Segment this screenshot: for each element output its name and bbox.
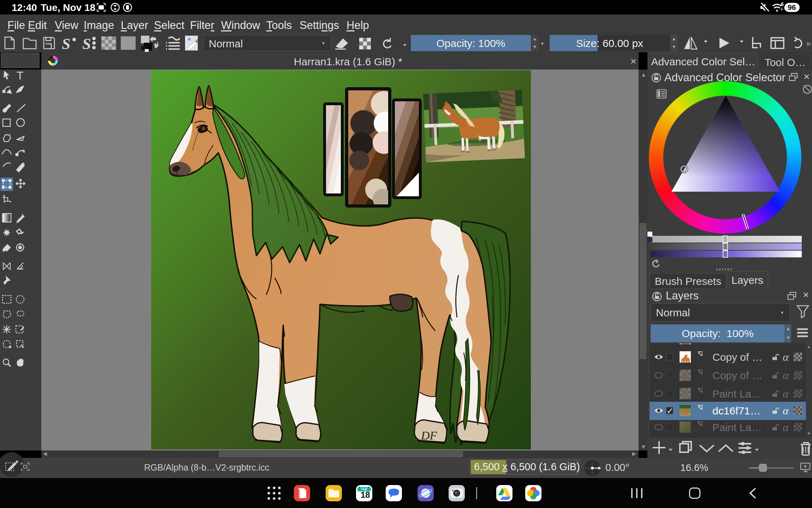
svg-text:S: S: [62, 35, 70, 52]
svg-text:6: 6: [781, 2, 784, 7]
svg-text:S: S: [82, 35, 91, 52]
svg-text:»: »: [806, 39, 811, 48]
svg-text:DF: DF: [421, 429, 438, 442]
svg-text:18: 18: [361, 490, 370, 500]
svg-text:T: T: [17, 70, 24, 82]
svg-text:96: 96: [788, 3, 796, 11]
